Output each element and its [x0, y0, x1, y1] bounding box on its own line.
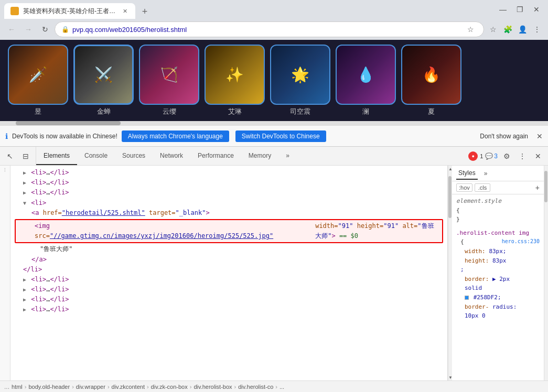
- back-button[interactable]: ←: [4, 22, 19, 37]
- element-picker-button[interactable]: ↖: [3, 149, 17, 163]
- console-messages-button[interactable]: 💬 3: [485, 153, 498, 160]
- tab-computed[interactable]: »: [482, 168, 490, 179]
- settings-button[interactable]: ⚙: [500, 149, 513, 163]
- hero-card-3[interactable]: 🏹 云缨: [139, 45, 199, 116]
- tab-sources[interactable]: Sources: [115, 147, 153, 165]
- styles-panel: Styles » :hov .cls + element.style: [452, 166, 544, 380]
- dont-show-again-button[interactable]: Don't show again: [480, 133, 528, 140]
- close-button[interactable]: ✕: [529, 2, 544, 17]
- classes-button[interactable]: .cls: [475, 183, 491, 192]
- breadcrumb-zk-con-box[interactable]: div.zk-con-box: [151, 384, 188, 390]
- hero-image-7[interactable]: 🔥: [401, 45, 461, 105]
- active-tab[interactable]: 英雄资料列表页-英雄介绍-王者荣... ✕: [4, 3, 135, 19]
- hero-card-4[interactable]: ✨ 艾琳: [205, 45, 265, 116]
- devtools-notification: ℹ DevTools is now available in Chinese! …: [0, 125, 548, 146]
- hero-card-7[interactable]: 🔥 夏: [401, 45, 461, 116]
- hero-card-2[interactable]: ⚔️ 金蝉: [73, 45, 134, 116]
- code-panel-scrollbar[interactable]: ▲ ▼: [448, 166, 452, 380]
- record-button[interactable]: ●: [468, 151, 478, 161]
- devtools-right-icons: ● 1 💬 3 ⚙ ⋮ ✕: [465, 147, 548, 165]
- hero-image-4[interactable]: ✨: [205, 45, 265, 105]
- code-area[interactable]: ▶ <li>…</li> ▶ <li>…</li>: [10, 166, 447, 380]
- url-bar[interactable]: 🔒 pvp.qq.com/web201605/herolist.shtml ☆: [55, 21, 484, 37]
- hero-avatar-5: 🌟: [271, 46, 329, 104]
- breadcrumb-herolist-co[interactable]: div.herolist-co: [238, 384, 273, 390]
- scroll-up-arrow[interactable]: ▲: [448, 166, 453, 172]
- breadcrumb-body[interactable]: body.old-header: [28, 384, 70, 390]
- more-options-button[interactable]: ⋮: [515, 149, 529, 163]
- browser-actions: ☆ 🧩 👤 ⋮: [486, 23, 544, 36]
- gallery-scroll[interactable]: [0, 121, 548, 125]
- code-line-5: <a href="herodetail/525.shtml" target="_…: [10, 208, 447, 218]
- devtools-body: ··· ▶ <li>…</li> ▶: [0, 166, 548, 380]
- code-line-9: </li>: [10, 265, 447, 275]
- gutter-dots: ···: [2, 168, 8, 172]
- device-toolbar-button[interactable]: ⊟: [19, 149, 33, 163]
- record-count: 1: [480, 153, 483, 159]
- pseudo-states-button[interactable]: :hov: [456, 183, 472, 192]
- styles-panel-scrollbar[interactable]: [544, 166, 548, 380]
- hero-image-1[interactable]: 🗡️: [8, 45, 68, 105]
- close-devtools-button[interactable]: ✕: [531, 149, 545, 163]
- breadcrumb-more[interactable]: ...: [280, 384, 284, 390]
- menu-button[interactable]: ⋮: [530, 23, 544, 36]
- code-panel: ▶ <li>…</li> ▶ <li>…</li>: [10, 166, 448, 380]
- hero-image-3[interactable]: 🏹: [139, 45, 199, 105]
- tab-styles[interactable]: Styles: [456, 167, 478, 180]
- address-bar: ← → ↻ 🔒 pvp.qq.com/web201605/herolist.sh…: [0, 19, 548, 40]
- maximize-button[interactable]: ❐: [512, 2, 527, 17]
- forward-button[interactable]: →: [21, 22, 36, 37]
- style-source-link[interactable]: hero.css:230: [502, 237, 540, 246]
- hero-image-5[interactable]: 🌟: [270, 45, 330, 105]
- styles-content: element.style { } .herolist-content img: [452, 194, 544, 380]
- add-rule-button[interactable]: +: [535, 183, 540, 192]
- chat-icon: 💬: [485, 153, 493, 160]
- hero-gallery: 🗡️ 昱 ⚔️ 金蝉 🏹 云缨 ✨ 艾琳: [0, 40, 548, 121]
- bookmark-button[interactable]: ☆: [464, 23, 477, 36]
- notification-icon: ℹ: [5, 132, 8, 140]
- breadcrumb-html[interactable]: html: [12, 384, 23, 390]
- code-line-4: ▼ <li>: [10, 198, 447, 208]
- hero-name-5: 司空震: [290, 107, 310, 116]
- hero-card-6[interactable]: 💧 澜: [336, 45, 396, 116]
- hero-card-5[interactable]: 🌟 司空震: [270, 45, 330, 116]
- match-language-button[interactable]: Always match Chrome's language: [122, 130, 229, 142]
- tab-console[interactable]: Console: [77, 147, 115, 165]
- devtools-toolbar: ↖ ⊟ Elements Console Sources Network Per…: [0, 147, 548, 166]
- breadcrumb-herolist-box[interactable]: div.herolist-box: [194, 384, 232, 390]
- styles-scroll-thumb[interactable]: [544, 171, 547, 202]
- highlighted-code-line[interactable]: <img src="//game.gtimg.cn/images/yxzj/im…: [15, 219, 443, 243]
- scroll-down-arrow[interactable]: ▼: [448, 374, 453, 380]
- tab-favicon: [10, 7, 19, 15]
- hero-name-3: 云缨: [163, 107, 176, 116]
- tab-memory[interactable]: Memory: [241, 147, 278, 165]
- left-gutter: ···: [0, 166, 10, 380]
- refresh-button[interactable]: ↻: [38, 22, 52, 37]
- lock-icon: 🔒: [61, 26, 69, 33]
- hero-image-2[interactable]: ⚔️: [73, 45, 134, 105]
- minimize-button[interactable]: —: [496, 2, 510, 17]
- extensions-button[interactable]: 🧩: [501, 23, 514, 36]
- code-line-2: ▶ <li>…</li>: [10, 178, 447, 188]
- tab-title: 英雄资料列表页-英雄介绍-王者荣...: [23, 7, 116, 16]
- scroll-thumb[interactable]: [448, 176, 452, 218]
- tab-elements[interactable]: Elements: [36, 147, 77, 165]
- tab-network[interactable]: Network: [153, 147, 190, 165]
- gallery-scroll-thumb[interactable]: [16, 121, 121, 125]
- tab-close-button[interactable]: ✕: [121, 7, 129, 15]
- notification-close-button[interactable]: ✕: [536, 132, 543, 140]
- switch-chinese-button[interactable]: Switch DevTools to Chinese: [235, 130, 326, 142]
- herolist-style-rule: .herolist-content img hero.css:230 { wid…: [456, 228, 540, 321]
- color-swatch[interactable]: [465, 296, 469, 300]
- breadcrumb-wrapper[interactable]: div.wrapper: [76, 384, 105, 390]
- profile-button[interactable]: 👤: [515, 23, 529, 36]
- bookmark-star-button[interactable]: ☆: [486, 23, 500, 36]
- statusbar-dots: ...: [4, 383, 9, 390]
- hero-card-1[interactable]: 🗡️ 昱: [8, 45, 68, 116]
- tab-performance[interactable]: Performance: [190, 147, 241, 165]
- hero-image-6[interactable]: 💧: [336, 45, 396, 105]
- new-tab-button[interactable]: +: [137, 4, 152, 19]
- breadcrumb-zkcontent[interactable]: div.zkcontent: [112, 384, 145, 390]
- code-line-12: ▶ <li>…</li>: [10, 295, 447, 304]
- tab-more[interactable]: »: [278, 147, 297, 165]
